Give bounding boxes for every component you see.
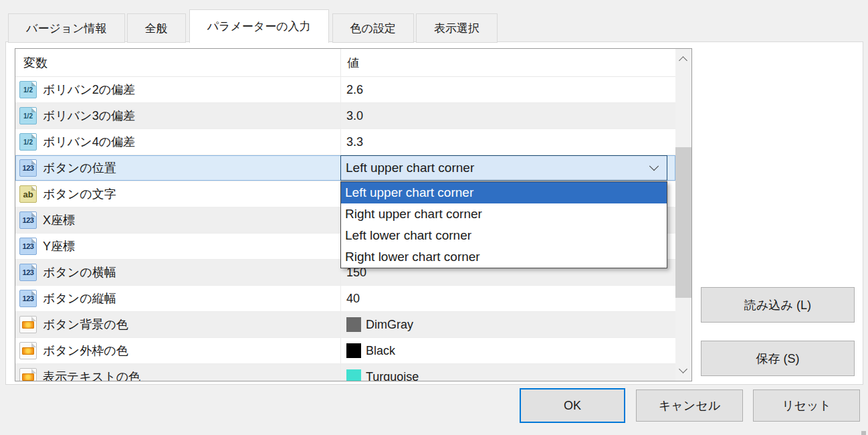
dropdown-option[interactable]: Left upper chart corner bbox=[341, 182, 667, 203]
param-name: ボリバン2の偏差 bbox=[43, 82, 135, 98]
column-header-value: 値 bbox=[340, 49, 675, 76]
scroll-up-icon[interactable] bbox=[679, 56, 687, 65]
param-value-cell[interactable]: Black bbox=[340, 338, 675, 363]
param-name-cell: ボタン外枠の色 bbox=[15, 338, 340, 363]
integer-type-icon: 123 bbox=[19, 211, 37, 229]
table-row[interactable]: 123ボタンの縦幅40 bbox=[15, 286, 675, 312]
param-name-cell: 表示テキストの色 bbox=[15, 364, 340, 381]
integer-type-icon: 123 bbox=[19, 159, 37, 177]
color-type-icon bbox=[19, 342, 37, 359]
param-name: ボタンの縦幅 bbox=[43, 290, 116, 307]
param-name-cell: 1/2ボリバン2の偏差 bbox=[15, 77, 340, 102]
param-name: ボリバン4の偏差 bbox=[43, 134, 135, 150]
double-type-icon: 1/2 bbox=[19, 107, 37, 124]
dropdown-option[interactable]: Left lower chart corner bbox=[341, 225, 667, 246]
ok-button[interactable]: OK bbox=[520, 388, 625, 423]
param-name-cell: 1/2ボリバン3の偏差 bbox=[15, 103, 340, 128]
param-name: ボタン外枠の色 bbox=[43, 343, 128, 359]
integer-type-icon: 123 bbox=[19, 238, 37, 255]
param-name-cell: 123ボタンの位置 bbox=[15, 155, 340, 181]
double-type-icon: 1/2 bbox=[19, 133, 37, 151]
table-header: 変数 値 bbox=[15, 49, 675, 77]
param-name: 表示テキストの色 bbox=[43, 369, 140, 381]
param-name-cell: 123ボタンの横幅 bbox=[15, 260, 340, 285]
param-value-cell[interactable]: 2.6 bbox=[340, 77, 675, 102]
table-row[interactable]: ボタン背景の色DimGray bbox=[15, 312, 675, 338]
param-name: ボタンの文字 bbox=[43, 186, 116, 202]
save-button[interactable]: 保存 (S) bbox=[701, 341, 855, 376]
param-value-cell[interactable]: 3.3 bbox=[340, 129, 675, 155]
tab-color-settings[interactable]: 色の設定 bbox=[332, 13, 414, 43]
integer-type-icon: 123 bbox=[19, 290, 37, 307]
param-name: ボタンの横幅 bbox=[43, 264, 116, 280]
column-header-variable: 変数 bbox=[15, 49, 340, 76]
param-value: 40 bbox=[346, 292, 360, 306]
table-row[interactable]: 1/2ボリバン4の偏差3.3 bbox=[15, 129, 675, 155]
color-chip bbox=[22, 373, 34, 381]
tab-display-selection[interactable]: 表示選択 bbox=[416, 13, 498, 43]
load-button[interactable]: 読み込み (L) bbox=[701, 287, 855, 323]
param-value-cell[interactable]: Turquoise bbox=[340, 364, 675, 381]
color-type-icon bbox=[19, 316, 37, 333]
vertical-scrollbar[interactable] bbox=[675, 49, 691, 381]
param-name: ボリバン3の偏差 bbox=[43, 108, 135, 124]
table-row[interactable]: 1/2ボリバン3の偏差3.0 bbox=[15, 103, 675, 129]
color-chip bbox=[22, 321, 34, 329]
table-row[interactable]: 1/2ボリバン2の偏差2.6 bbox=[15, 77, 675, 103]
combobox-value: Left upper chart corner bbox=[346, 161, 474, 175]
resize-grip[interactable] bbox=[861, 431, 866, 435]
param-name: Y座標 bbox=[43, 238, 75, 254]
dropdown-option[interactable]: Right lower chart corner bbox=[341, 246, 667, 268]
param-value: Turquoise bbox=[366, 370, 419, 382]
param-name-cell: 123Y座標 bbox=[15, 234, 340, 259]
param-value: 2.6 bbox=[346, 83, 363, 97]
table-row[interactable]: 123ボタンの位置Left upper chart corner bbox=[15, 155, 675, 181]
scrollbar-thumb[interactable] bbox=[675, 147, 691, 298]
param-name-cell: 1/2ボリバン4の偏差 bbox=[15, 129, 340, 155]
param-value-cell[interactable]: 3.0 bbox=[340, 103, 675, 128]
string-type-icon: ab bbox=[19, 185, 37, 203]
param-value-cell[interactable]: 40 bbox=[340, 286, 675, 311]
param-name: ボタン背景の色 bbox=[43, 317, 128, 333]
position-combobox[interactable]: Left upper chart corner bbox=[340, 155, 667, 181]
scroll-down-icon[interactable] bbox=[679, 365, 687, 373]
param-name-cell: 123X座標 bbox=[15, 207, 340, 233]
cancel-button[interactable]: キャンセル bbox=[636, 389, 743, 422]
color-type-icon bbox=[19, 368, 37, 381]
reset-button[interactable]: リセット bbox=[753, 389, 860, 422]
table-row[interactable]: ボタン外枠の色Black bbox=[15, 338, 675, 364]
dropdown-option[interactable]: Right upper chart corner bbox=[341, 203, 667, 225]
chevron-down-icon bbox=[649, 161, 659, 171]
color-swatch bbox=[346, 343, 361, 358]
param-name-cell: 123ボタンの縦幅 bbox=[15, 286, 340, 311]
param-value: 3.3 bbox=[346, 135, 363, 149]
param-name: X座標 bbox=[43, 212, 75, 228]
indicator-properties-dialog: { "tabs": [ { "id": "version-info", "lab… bbox=[0, 0, 868, 435]
param-value-cell[interactable]: Left upper chart corner bbox=[340, 155, 675, 181]
color-chip bbox=[22, 347, 34, 355]
param-name-cell: abボタンの文字 bbox=[15, 181, 340, 207]
table-row[interactable]: 表示テキストの色Turquoise bbox=[15, 364, 675, 381]
param-value-cell[interactable]: DimGray bbox=[340, 312, 675, 337]
param-value: 3.0 bbox=[346, 109, 363, 123]
tab-general[interactable]: 全般 bbox=[127, 13, 186, 43]
param-name-cell: ボタン背景の色 bbox=[15, 312, 340, 337]
color-swatch bbox=[346, 317, 361, 332]
tab-parameters[interactable]: パラメーターの入力 bbox=[189, 9, 329, 43]
tab-strip: バージョン情報全般パラメーターの入力色の設定表示選択 bbox=[8, 9, 498, 43]
double-type-icon: 1/2 bbox=[19, 81, 37, 98]
param-name: ボタンの位置 bbox=[43, 160, 116, 176]
param-value: DimGray bbox=[366, 318, 413, 332]
dropdown-list: Left upper chart cornerRight upper chart… bbox=[340, 181, 667, 268]
tab-version-info[interactable]: バージョン情報 bbox=[8, 13, 125, 43]
integer-type-icon: 123 bbox=[19, 264, 37, 281]
param-value: Black bbox=[366, 344, 395, 358]
color-swatch bbox=[346, 369, 361, 381]
